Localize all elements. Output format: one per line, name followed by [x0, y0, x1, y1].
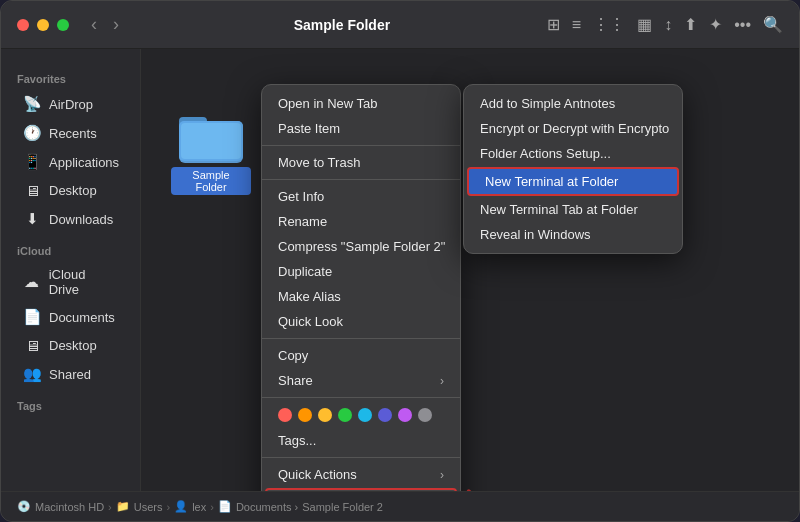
documents-icon: 📄 [23, 308, 41, 326]
menu-make-alias[interactable]: Make Alias [262, 284, 460, 309]
desktop-icloud-icon: 🖥 [23, 337, 41, 354]
folder-item[interactable]: Sample Folder [171, 109, 251, 195]
color-dot-orange[interactable] [298, 408, 312, 422]
sidebar-item-downloads[interactable]: ⬇ Downloads [7, 205, 134, 233]
sidebar-item-shared[interactable]: 👥 Shared [7, 360, 134, 388]
menu-separator-3 [262, 338, 460, 339]
content-area: Sample Folder ➜ ➜ Open in New Tab Paste … [141, 49, 799, 491]
main-content: Favorites 📡 AirDrop 🕐 Recents 📱 Applicat… [1, 49, 799, 491]
sidebar-item-desktop[interactable]: 🖥 Desktop [7, 177, 134, 204]
menu-quick-actions[interactable]: Quick Actions › [262, 462, 460, 487]
sort-icon[interactable]: ↕ [664, 16, 672, 34]
close-button[interactable] [17, 19, 29, 31]
sidebar: Favorites 📡 AirDrop 🕐 Recents 📱 Applicat… [1, 49, 141, 491]
color-dot-gray[interactable] [418, 408, 432, 422]
applications-icon: 📱 [23, 153, 41, 171]
menu-compress[interactable]: Compress "Sample Folder 2" [262, 234, 460, 259]
tag-icon[interactable]: ✦ [709, 15, 722, 34]
share-submenu-arrow: › [440, 374, 444, 388]
menu-copy[interactable]: Copy [262, 343, 460, 368]
menu-quick-look[interactable]: Quick Look [262, 309, 460, 334]
submenu-new-terminal-tab[interactable]: New Terminal Tab at Folder [464, 197, 682, 222]
menu-get-info[interactable]: Get Info [262, 184, 460, 209]
finder-window: ‹ › Sample Folder ⊞ ≡ ⋮⋮ ▦ ↕ ⬆ ✦ ••• 🔍 F… [0, 0, 800, 522]
submenu-encrypt-decrypt[interactable]: Encrypt or Decrypt with Encrypto [464, 116, 682, 141]
statusbar: 💿 Macintosh HD › 📁 Users › 👤 lex › 📄 Doc… [1, 491, 799, 521]
tags-label: Tags [1, 396, 140, 416]
gallery-view-icon[interactable]: ▦ [637, 15, 652, 34]
toolbar-icons: ⊞ ≡ ⋮⋮ ▦ ↕ ⬆ ✦ ••• 🔍 [547, 15, 783, 34]
sidebar-item-label: Downloads [49, 212, 113, 227]
menu-separator-4 [262, 397, 460, 398]
color-dot-violet[interactable] [398, 408, 412, 422]
breadcrumb-documents[interactable]: 📄 Documents › [218, 500, 298, 513]
titlebar: ‹ › Sample Folder ⊞ ≡ ⋮⋮ ▦ ↕ ⬆ ✦ ••• 🔍 [1, 1, 799, 49]
more-icon[interactable]: ••• [734, 16, 751, 34]
submenu-add-antnotes[interactable]: Add to Simple Antnotes [464, 91, 682, 116]
menu-separator-2 [262, 179, 460, 180]
menu-services[interactable]: Services › [265, 488, 457, 491]
folder-icon-small: 📁 [116, 500, 130, 513]
folder-label: Sample Folder [171, 167, 251, 195]
context-menu: Open in New Tab Paste Item Move to Trash… [261, 84, 461, 491]
sidebar-item-label: Applications [49, 155, 119, 170]
menu-tags[interactable]: Tags... [262, 428, 460, 453]
nav-buttons: ‹ › [85, 12, 125, 37]
traffic-lights [17, 19, 69, 31]
menu-rename[interactable]: Rename [262, 209, 460, 234]
sidebar-item-label: Recents [49, 126, 97, 141]
color-dot-red[interactable] [278, 408, 292, 422]
icloud-drive-icon: ☁ [23, 273, 41, 291]
menu-separator-1 [262, 145, 460, 146]
maximize-button[interactable] [57, 19, 69, 31]
search-icon[interactable]: 🔍 [763, 15, 783, 34]
quick-actions-arrow: › [440, 468, 444, 482]
menu-move-trash[interactable]: Move to Trash [262, 150, 460, 175]
breadcrumb-macintosh[interactable]: 💿 Macintosh HD [17, 500, 104, 513]
desktop-icon: 🖥 [23, 182, 41, 199]
sidebar-item-documents[interactable]: 📄 Documents [7, 303, 134, 331]
minimize-button[interactable] [37, 19, 49, 31]
sidebar-item-label: Documents [49, 310, 115, 325]
column-view-icon[interactable]: ⋮⋮ [593, 15, 625, 34]
menu-paste-item[interactable]: Paste Item [262, 116, 460, 141]
breadcrumb-users[interactable]: 📁 Users [116, 500, 163, 513]
airdrop-icon: 📡 [23, 95, 41, 113]
menu-open-new-tab[interactable]: Open in New Tab [262, 91, 460, 116]
color-dots-row [262, 402, 460, 428]
breadcrumb-lex[interactable]: 👤 lex [174, 500, 206, 513]
menu-share[interactable]: Share › [262, 368, 460, 393]
forward-button[interactable]: › [107, 12, 125, 37]
back-button[interactable]: ‹ [85, 12, 103, 37]
breadcrumb-sample-folder[interactable]: Sample Folder 2 [302, 501, 383, 513]
color-dot-yellow[interactable] [318, 408, 332, 422]
recents-icon: 🕐 [23, 124, 41, 142]
list-view-icon[interactable]: ≡ [572, 16, 581, 34]
sidebar-item-applications[interactable]: 📱 Applications [7, 148, 134, 176]
icloud-label: iCloud [1, 241, 140, 261]
documents-icon-small: 📄 [218, 500, 232, 513]
sidebar-item-airdrop[interactable]: 📡 AirDrop [7, 90, 134, 118]
color-dot-blue[interactable] [358, 408, 372, 422]
submenu-folder-actions-setup[interactable]: Folder Actions Setup... [464, 141, 682, 166]
submenu-new-terminal-folder[interactable]: New Terminal at Folder [467, 167, 679, 196]
downloads-icon: ⬇ [23, 210, 41, 228]
grid-view-icon[interactable]: ⊞ [547, 15, 560, 34]
sidebar-item-label: iCloud Drive [49, 267, 118, 297]
favorites-label: Favorites [1, 69, 140, 89]
sidebar-item-icloud-drive[interactable]: ☁ iCloud Drive [7, 262, 134, 302]
window-title: Sample Folder [137, 17, 547, 33]
folder-icon [179, 109, 243, 163]
share-icon[interactable]: ⬆ [684, 15, 697, 34]
submenu-reveal-windows[interactable]: Reveal in Windows [464, 222, 682, 247]
svg-rect-3 [181, 123, 241, 159]
color-dot-green[interactable] [338, 408, 352, 422]
user-icon: 👤 [174, 500, 188, 513]
sidebar-item-label: Desktop [49, 183, 97, 198]
menu-duplicate[interactable]: Duplicate [262, 259, 460, 284]
services-submenu: Add to Simple Antnotes Encrypt or Decryp… [463, 84, 683, 254]
sidebar-item-desktop-icloud[interactable]: 🖥 Desktop [7, 332, 134, 359]
sidebar-item-recents[interactable]: 🕐 Recents [7, 119, 134, 147]
menu-separator-5 [262, 457, 460, 458]
color-dot-purple[interactable] [378, 408, 392, 422]
